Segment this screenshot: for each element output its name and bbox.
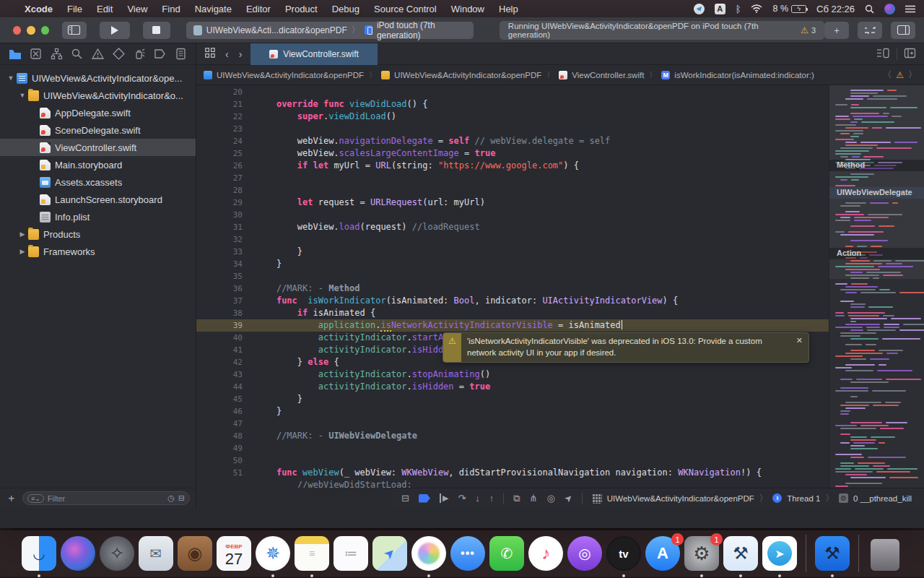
- code-line[interactable]: 34 }: [196, 258, 829, 270]
- code-line[interactable]: 26 if let myUrl = URL(string: "https://w…: [196, 160, 829, 172]
- find-navigator-icon[interactable]: [71, 48, 83, 60]
- disclosure-triangle[interactable]: ▼: [7, 74, 14, 82]
- navigator-sidebar-toggle-button[interactable]: [62, 22, 87, 39]
- next-issue-button[interactable]: 〉: [908, 69, 917, 81]
- step-into-icon[interactable]: ↓: [475, 493, 480, 504]
- battery-indicator[interactable]: 8 % ϟ: [772, 4, 806, 14]
- code-line[interactable]: 20: [196, 86, 829, 98]
- code-line[interactable]: 24 webView.navigationDelegate = self // …: [196, 135, 829, 147]
- dock-calendar[interactable]: ФЕВР27: [217, 536, 251, 571]
- dock-launchpad[interactable]: ✧: [100, 536, 134, 571]
- dock-xcode[interactable]: ⚒: [723, 536, 758, 571]
- jumpbar-crumb-group[interactable]: UIWebView&ActivityIndicator&openPDF: [381, 71, 541, 79]
- code-line[interactable]: 43 activityIndicator.stopAnimating(): [196, 368, 829, 381]
- continue-execution-icon[interactable]: ▶: [440, 493, 448, 503]
- dock-finder[interactable]: ◡: [22, 536, 56, 571]
- add-file-button[interactable]: ＋: [6, 491, 17, 505]
- menu-find[interactable]: Find: [154, 4, 187, 14]
- stop-button[interactable]: [143, 22, 170, 39]
- test-navigator-icon[interactable]: [113, 48, 125, 60]
- memory-graph-debugger-icon[interactable]: ⋔: [530, 493, 538, 504]
- environment-overrides-icon[interactable]: ◎: [546, 493, 554, 504]
- disclosure-triangle[interactable]: ▶: [19, 230, 26, 238]
- close-warning-button[interactable]: ✕: [790, 333, 808, 362]
- code-lines[interactable]: 2021 override func viewDidLoad() {22 sup…: [196, 86, 829, 488]
- code-line[interactable]: 48 //MARK: - UIWebViewDelegate: [196, 430, 829, 442]
- recent-files-icon[interactable]: ◷: [167, 493, 175, 503]
- breakpoint-navigator-icon[interactable]: [154, 48, 166, 60]
- dock-maps[interactable]: ➤: [372, 536, 407, 571]
- dock-trash[interactable]: [868, 536, 902, 571]
- navigator-row[interactable]: ▼UIWebView&ActivityIndicator&ope...: [0, 69, 196, 87]
- debug-breadcrumb[interactable]: UIWebView&ActivityIndicator&openPDF 〉 ‖ …: [592, 493, 912, 504]
- dock-sysprefs[interactable]: ⚙1: [684, 536, 719, 571]
- dock-notes[interactable]: ≡: [295, 536, 329, 571]
- code-line[interactable]: 28: [196, 184, 829, 197]
- menu-view[interactable]: View: [120, 4, 154, 14]
- code-line[interactable]: 44 activityIndicator.isHidden = true: [196, 381, 829, 393]
- debug-navigator-icon[interactable]: [134, 48, 146, 60]
- close-window-button[interactable]: [13, 26, 21, 35]
- code-line[interactable]: 25 webView.scalesLargeContentImage = tru…: [196, 147, 829, 160]
- library-add-button[interactable]: ＋: [824, 22, 849, 39]
- menu-editor[interactable]: Editor: [239, 4, 278, 14]
- notification-center-icon[interactable]: [905, 5, 915, 13]
- menu-xcode[interactable]: Xcode: [17, 4, 60, 14]
- navigator-row[interactable]: ▶Frameworks: [0, 243, 196, 260]
- filter-field[interactable]: ≡⌄ Filter ◷ ⊟: [22, 491, 190, 505]
- code-line[interactable]: 46 }: [196, 405, 829, 418]
- warning-count-badge[interactable]: ⚠ 3: [801, 25, 816, 35]
- back-button[interactable]: ‹: [225, 48, 229, 60]
- dock-photos[interactable]: [411, 536, 446, 571]
- disclosure-triangle[interactable]: ▼: [19, 92, 26, 99]
- forward-button[interactable]: ›: [239, 48, 243, 60]
- simulate-location-icon[interactable]: ➤: [565, 493, 572, 504]
- dock-contacts[interactable]: ◉: [178, 536, 212, 571]
- code-line[interactable]: 21 override func viewDidLoad() {: [196, 98, 829, 111]
- jumpbar-crumb-file[interactable]: ViewController.swift: [559, 71, 644, 79]
- dock-appstore[interactable]: A1: [645, 536, 680, 571]
- run-button[interactable]: [100, 22, 130, 39]
- navigator-row[interactable]: AppDelegate.swift: [0, 104, 196, 121]
- code-line[interactable]: 38 if isAnimated {: [196, 307, 829, 319]
- navigator-row[interactable]: SceneDelegate.swift: [0, 121, 196, 139]
- code-line[interactable]: 31 webView.load(request) //loadRequest: [196, 221, 829, 233]
- code-line[interactable]: 30: [196, 209, 829, 221]
- navigator-row[interactable]: ViewController.swift: [0, 139, 196, 156]
- code-line[interactable]: 36 //MARK: - Method: [196, 282, 829, 295]
- dock-facetime[interactable]: ✆: [489, 536, 524, 571]
- view-hierarchy-debugger-icon[interactable]: ⧉: [513, 493, 520, 504]
- telegram-menu-icon[interactable]: [694, 4, 705, 14]
- dock-reminders[interactable]: ≔: [334, 536, 368, 571]
- source-code-editor[interactable]: 2021 override func viewDidLoad() {22 sup…: [196, 85, 924, 488]
- code-line[interactable]: 22 super.viewDidLoad(): [196, 111, 829, 123]
- navigator-row[interactable]: Main.storyboard: [0, 156, 196, 173]
- jumpbar-crumb-project[interactable]: UIWebView&ActivityIndicator&openPDF: [204, 71, 364, 79]
- minimize-window-button[interactable]: [27, 26, 35, 35]
- navigator-row[interactable]: ▶Products: [0, 225, 196, 243]
- menu-product[interactable]: Product: [278, 4, 325, 14]
- code-line[interactable]: 39 application.isNetworkActivityIndicato…: [196, 319, 829, 332]
- wifi-icon[interactable]: [751, 4, 762, 13]
- input-source-icon[interactable]: A: [715, 4, 725, 14]
- code-line[interactable]: 49: [196, 442, 829, 454]
- previous-issue-button[interactable]: 〈: [883, 69, 892, 81]
- step-over-icon[interactable]: ↷: [458, 493, 466, 504]
- code-line[interactable]: 33 }: [196, 246, 829, 258]
- navigator-row[interactable]: Assets.xcassets: [0, 173, 196, 191]
- step-out-icon[interactable]: ↑: [489, 493, 494, 504]
- project-navigator-icon[interactable]: [9, 48, 21, 60]
- dock-music[interactable]: ♪: [528, 536, 563, 571]
- code-line[interactable]: 47: [196, 418, 829, 430]
- related-items-icon[interactable]: [205, 48, 215, 60]
- issue-navigator-icon[interactable]: [92, 48, 104, 60]
- activity-status-bar[interactable]: Running UIWebView&ActivityIndicator&open…: [500, 21, 824, 40]
- minimap[interactable]: MethodUIWebViewDelegateAction: [829, 85, 924, 488]
- dock-xcode2[interactable]: ⚒: [815, 536, 850, 571]
- dock-safari[interactable]: ✵: [256, 536, 290, 571]
- code-line[interactable]: 37 func isWorkIndicator(isAnimated: Bool…: [196, 295, 829, 307]
- dock-siri[interactable]: [61, 536, 95, 571]
- code-line[interactable]: 51 func webView(_ webView: WKWebView, di…: [196, 467, 829, 479]
- spotlight-search-icon[interactable]: [865, 4, 874, 14]
- code-line[interactable]: //webViewDidStartLoad:: [196, 479, 829, 488]
